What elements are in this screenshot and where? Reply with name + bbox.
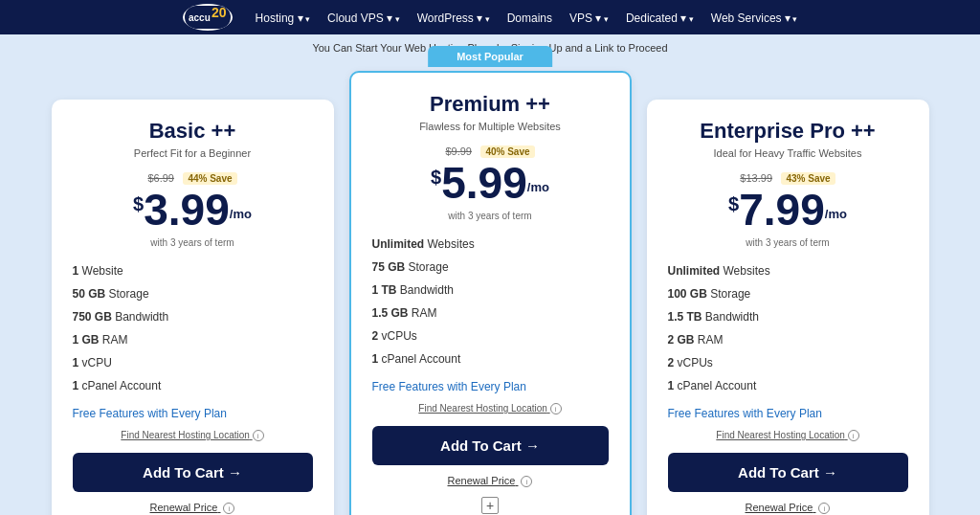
enterprise-subtitle: Ideal for Heavy Traffic Websites bbox=[668, 147, 908, 159]
enterprise-pricing: $13.99 43% Save $ 7.99 /mo bbox=[668, 168, 908, 232]
enterprise-hosting-location[interactable]: Find Nearest Hosting Location i bbox=[668, 430, 908, 441]
nav-item-wordpress[interactable]: WordPress ▾ bbox=[417, 9, 490, 26]
enterprise-price-main: 7.99 bbox=[739, 188, 825, 232]
premium-title: Premium ++ bbox=[372, 92, 609, 117]
enterprise-add-to-cart[interactable]: Add To Cart → bbox=[668, 453, 908, 492]
enterprise-renewal-price[interactable]: Renewal Price i bbox=[668, 502, 908, 514]
premium-price-suffix: /mo bbox=[527, 180, 549, 194]
enterprise-price-suffix: /mo bbox=[825, 207, 847, 221]
basic-hosting-location[interactable]: Find Nearest Hosting Location i bbox=[73, 430, 313, 441]
nav-item-vps[interactable]: VPS ▾ bbox=[569, 9, 609, 26]
enterprise-price-term: with 3 years of term bbox=[668, 237, 908, 248]
logo[interactable]: accu 20 bbox=[183, 4, 233, 31]
enterprise-features: Unlimited Websites 100 GB Storage 1.5 TB… bbox=[668, 259, 908, 397]
list-item: 1 TB Bandwidth bbox=[372, 279, 609, 302]
card-premium: Most Popular Premium ++ Flawless for Mul… bbox=[349, 71, 632, 515]
list-item: 1 vCPU bbox=[73, 351, 313, 374]
list-item: 50 GB Storage bbox=[73, 282, 313, 305]
basic-info-icon[interactable]: i bbox=[253, 430, 264, 441]
premium-add-to-cart[interactable]: Add To Cart → bbox=[372, 426, 609, 465]
basic-price-main: 3.99 bbox=[144, 188, 230, 232]
basic-renewal-info-icon[interactable]: i bbox=[223, 503, 234, 514]
nav-item-hosting[interactable]: Hosting ▾ bbox=[256, 9, 311, 26]
premium-dollar: $ bbox=[431, 167, 441, 189]
list-item: 1 Website bbox=[73, 259, 313, 282]
premium-expand[interactable]: + bbox=[372, 497, 609, 514]
pricing-section: Basic ++ Perfect Fit for a Beginner $6.9… bbox=[0, 61, 980, 515]
list-item: 1.5 GB RAM bbox=[372, 302, 609, 325]
enterprise-dollar: $ bbox=[728, 193, 739, 215]
enterprise-title: Enterprise Pro ++ bbox=[668, 119, 908, 144]
basic-current-price-row: $ 3.99 /mo bbox=[73, 188, 313, 232]
enterprise-current-price-row: $ 7.99 /mo bbox=[668, 188, 908, 232]
card-basic: Basic ++ Perfect Fit for a Beginner $6.9… bbox=[52, 100, 334, 515]
enterprise-original-price: $13.99 bbox=[740, 172, 772, 184]
list-item: 2 vCPUs bbox=[668, 351, 908, 374]
enterprise-save-badge: 43% Save bbox=[781, 172, 835, 185]
premium-info-icon[interactable]: i bbox=[550, 403, 562, 414]
nav-menu: Hosting ▾ Cloud VPS ▾ WordPress ▾ Domain… bbox=[256, 9, 798, 26]
list-item: 1 GB RAM bbox=[73, 328, 313, 351]
premium-price-term: with 3 years of term bbox=[372, 211, 609, 221]
enterprise-info-icon[interactable]: i bbox=[848, 430, 859, 441]
basic-add-to-cart[interactable]: Add To Cart → bbox=[73, 453, 313, 492]
basic-dollar: $ bbox=[133, 193, 144, 215]
premium-subtitle: Flawless for Multiple Websites bbox=[372, 121, 609, 132]
basic-price-suffix: /mo bbox=[230, 207, 252, 221]
list-item: Unlimited Websites bbox=[668, 259, 908, 282]
list-item: 75 GB Storage bbox=[372, 256, 609, 279]
nav-item-cloud[interactable]: Cloud VPS ▾ bbox=[327, 9, 400, 26]
premium-features: Unlimited Websites 75 GB Storage 1 TB Ba… bbox=[372, 233, 609, 370]
logo-circle: accu 20 bbox=[183, 4, 233, 31]
list-item: 100 GB Storage bbox=[668, 282, 908, 305]
list-item: 1 cPanel Account bbox=[372, 347, 609, 370]
list-item: 2 vCPUs bbox=[372, 325, 609, 347]
premium-renewal-info-icon[interactable]: i bbox=[521, 476, 532, 487]
enterprise-free-features-link[interactable]: Free Features with Every Plan bbox=[668, 407, 908, 420]
most-popular-badge: Most Popular bbox=[428, 46, 552, 67]
premium-renewal-price[interactable]: Renewal Price i bbox=[372, 475, 609, 487]
expand-icon[interactable]: + bbox=[481, 497, 499, 514]
navbar: accu 20 Hosting ▾ Cloud VPS ▾ WordPress … bbox=[0, 0, 980, 34]
nav-item-dedicated[interactable]: Dedicated ▾ bbox=[626, 9, 694, 26]
premium-price-main: 5.99 bbox=[441, 161, 527, 205]
list-item: 2 GB RAM bbox=[668, 328, 908, 351]
basic-title: Basic ++ bbox=[73, 119, 313, 144]
basic-pricing: $6.99 44% Save $ 3.99 /mo bbox=[73, 168, 313, 232]
basic-original-price: $6.99 bbox=[147, 172, 174, 184]
basic-save-badge: 44% Save bbox=[183, 172, 236, 185]
basic-free-features-link[interactable]: Free Features with Every Plan bbox=[73, 407, 313, 420]
svg-text:accu: accu bbox=[189, 12, 211, 23]
card-enterprise: Enterprise Pro ++ Ideal for Heavy Traffi… bbox=[647, 100, 929, 515]
basic-price-term: with 3 years of term bbox=[73, 237, 313, 248]
list-item: 1 cPanel Account bbox=[73, 374, 313, 397]
basic-features: 1 Website 50 GB Storage 750 GB Bandwidth… bbox=[73, 259, 313, 397]
premium-hosting-location[interactable]: Find Nearest Hosting Location i bbox=[372, 403, 609, 414]
premium-pricing: $9.99 40% Save $ 5.99 /mo bbox=[372, 142, 609, 205]
basic-renewal-price[interactable]: Renewal Price i bbox=[73, 502, 313, 514]
premium-original-price: $9.99 bbox=[445, 146, 472, 157]
svg-text:20: 20 bbox=[212, 6, 227, 20]
premium-free-features-link[interactable]: Free Features with Every Plan bbox=[372, 380, 609, 393]
enterprise-renewal-info-icon[interactable]: i bbox=[818, 503, 830, 514]
list-item: 1.5 TB Bandwidth bbox=[668, 305, 908, 328]
premium-current-price-row: $ 5.99 /mo bbox=[372, 161, 609, 205]
list-item: 1 cPanel Account bbox=[668, 374, 908, 397]
nav-item-webservices[interactable]: Web Services ▾ bbox=[711, 9, 798, 26]
list-item: Unlimited Websites bbox=[372, 233, 609, 256]
list-item: 750 GB Bandwidth bbox=[73, 305, 313, 328]
nav-item-domains[interactable]: Domains bbox=[507, 9, 552, 26]
basic-subtitle: Perfect Fit for a Beginner bbox=[73, 147, 313, 159]
premium-save-badge: 40% Save bbox=[480, 146, 534, 158]
